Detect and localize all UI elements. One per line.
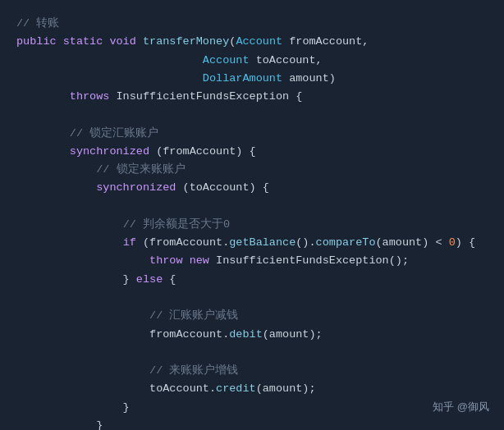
code-text: compareTo (316, 234, 376, 252)
code-text: 0 (449, 234, 456, 252)
code-text (16, 252, 149, 270)
line-7: // 锁定汇账账户 (16, 125, 488, 143)
code-text (16, 234, 123, 252)
code-text: synchronized (70, 143, 149, 161)
code-text: (fromAccount) { (149, 143, 256, 161)
line-5: throws InsufficientFundsException { (16, 88, 488, 106)
code-text: // 来账账户增钱 (149, 362, 238, 380)
code-text: // 转账 (16, 15, 59, 33)
code-text: transferMoney (143, 33, 229, 51)
code-text: { (163, 271, 176, 289)
code-text (16, 179, 96, 197)
code-text: throws (70, 88, 110, 106)
code-text: InsufficientFundsException(); (209, 252, 409, 270)
line-12: // 判余额是否大于0 (16, 216, 488, 234)
line-22: } (16, 399, 488, 417)
code-text: else (136, 271, 163, 289)
code-text: Account (236, 33, 282, 51)
code-text: DollarAmount (203, 70, 282, 88)
code-text: // 锁定来账账户 (96, 161, 185, 179)
code-text: (fromAccount. (136, 234, 229, 252)
code-text: (). (296, 234, 315, 252)
code-text: Account (203, 52, 250, 70)
code-text: throw new (149, 252, 209, 270)
line-1: // 转账 (16, 15, 488, 33)
code-text: } (16, 399, 130, 417)
line-19 (16, 344, 488, 362)
line-23: } (16, 417, 488, 430)
line-11 (16, 198, 488, 216)
code-text: amount) (282, 70, 336, 88)
line-18: fromAccount.debit(amount); (16, 326, 488, 344)
line-17: // 汇账账户减钱 (16, 307, 488, 325)
line-4: DollarAmount amount) (16, 70, 488, 88)
code-text: (amount) < (376, 234, 449, 252)
code-text: } (16, 417, 103, 430)
line-13: if (fromAccount.getBalance().compareTo(a… (16, 234, 488, 252)
line-20: // 来账账户增钱 (16, 362, 488, 380)
code-text (16, 88, 70, 106)
code-text (16, 362, 149, 380)
line-14: throw new InsufficientFundsException(); (16, 252, 488, 270)
code-text (16, 52, 203, 70)
code-text (16, 161, 96, 179)
line-9: // 锁定来账账户 (16, 161, 488, 179)
line-2: public static void transferMoney(Account… (16, 33, 488, 51)
code-text: // 汇账账户减钱 (149, 307, 238, 325)
code-text: fromAccount, (282, 33, 369, 51)
line-6 (16, 106, 488, 124)
code-text: ) { (456, 234, 475, 252)
line-3: Account toAccount, (16, 52, 488, 70)
code-text: (amount); (256, 380, 316, 398)
code-text: synchronized (96, 179, 176, 197)
code-text: // 锁定汇账账户 (70, 125, 158, 143)
line-21: toAccount.credit(amount); (16, 380, 488, 398)
code-text: (amount); (263, 326, 323, 344)
code-text: public static void (16, 33, 143, 51)
code-text: toAccount, (250, 52, 323, 70)
code-text: credit (216, 380, 256, 398)
code-editor: // 转账 public static void transferMoney(A… (0, 0, 504, 430)
code-text: (toAccount) { (176, 179, 268, 197)
code-text: ( (229, 33, 236, 51)
code-text (16, 70, 203, 88)
code-text: getBalance (229, 234, 296, 252)
code-text: } (16, 271, 136, 289)
line-16 (16, 289, 488, 307)
code-text: debit (229, 326, 263, 344)
code-text: fromAccount. (16, 326, 229, 344)
code-text (16, 125, 70, 143)
code-text: toAccount. (16, 380, 216, 398)
line-15: } else { (16, 271, 488, 289)
code-text: InsufficientFundsException { (109, 88, 302, 106)
code-text (16, 307, 149, 325)
code-text: if (123, 234, 136, 252)
line-8: synchronized (fromAccount) { (16, 143, 488, 161)
code-text (16, 216, 123, 234)
line-10: synchronized (toAccount) { (16, 179, 488, 197)
watermark: 知乎 @御风 (433, 398, 489, 415)
code-text: // 判余额是否大于0 (123, 216, 230, 234)
code-text (16, 143, 70, 161)
